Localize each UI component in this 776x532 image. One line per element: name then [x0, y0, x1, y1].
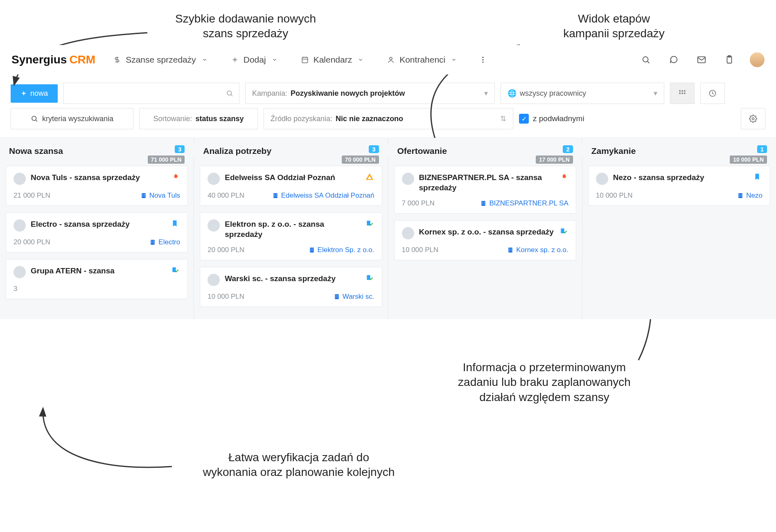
campaign-value: Pozyskiwanie nowych projektów — [291, 89, 405, 98]
svg-rect-39 — [152, 242, 152, 242]
card-avatar — [14, 266, 26, 278]
kanban-column: Analiza potrzeby 3 70 000 PLN Edelweiss … — [194, 138, 388, 319]
more-menu[interactable] — [476, 52, 490, 67]
svg-rect-20 — [681, 90, 683, 92]
card-amount: 10 000 PLN — [596, 192, 633, 200]
svg-rect-46 — [273, 193, 277, 198]
grid-view-toggle[interactable] — [670, 83, 695, 104]
card-company-link[interactable]: BIZNESPARTNER.PL SA — [480, 199, 568, 207]
svg-rect-73 — [484, 203, 485, 203]
user-icon — [386, 55, 395, 64]
svg-rect-24 — [684, 92, 685, 94]
card-title: Grupa ATERN - szansa — [31, 266, 166, 276]
opportunity-card[interactable]: Nezo - szansa sprzedaży 10 000 PLN Nezo — [588, 166, 770, 206]
source-value: Nic nie zaznaczono — [336, 115, 403, 123]
search-icon[interactable] — [638, 52, 653, 67]
nav-contractors[interactable]: Kontrahenci — [382, 52, 462, 67]
card-company-link[interactable]: Warski sc. — [334, 293, 374, 301]
card-avatar — [208, 173, 220, 185]
chevron-down-icon — [200, 55, 209, 64]
nav-sales[interactable]: Szanse sprzedaży — [108, 52, 213, 67]
opportunity-card[interactable]: Nova Tuls - szansa sprzedaży 21 000 PLN … — [6, 166, 188, 206]
sort-dropdown[interactable]: Sortowanie: status szansy — [139, 108, 258, 129]
svg-rect-32 — [142, 195, 143, 196]
card-company-link[interactable]: Kornex sp. z o.o. — [507, 246, 568, 254]
card-company-link[interactable]: Nova Tuls — [140, 192, 180, 200]
opportunity-card[interactable]: Warski sc. - szansa sprzedaży 10 000 PLN… — [200, 267, 382, 307]
new-button[interactable]: nowa — [11, 84, 58, 103]
card-title: BIZNESPARTNER.PL SA - szansa sprzedaży — [419, 173, 555, 193]
card-company-link[interactable]: Electro — [149, 238, 180, 246]
nav-calendar[interactable]: Kalendarz — [296, 52, 370, 67]
card-amount: 10 000 PLN — [208, 293, 244, 301]
svg-rect-71 — [484, 202, 485, 202]
campaign-dropdown[interactable]: Kampania: Pozyskiwanie nowych projektów … — [245, 83, 495, 104]
nav-add[interactable]: Dodaj — [226, 52, 283, 67]
svg-rect-37 — [152, 241, 152, 241]
card-company-link[interactable]: Nezo — [737, 192, 762, 200]
opportunity-card[interactable]: BIZNESPARTNER.PL SA - szansa sprzedaży 7… — [394, 166, 576, 214]
criteria-label: kryteria wyszukiwania — [42, 115, 113, 123]
card-title: Kornex sp. z o.o. - szansa sprzedaży — [419, 227, 555, 237]
opportunity-card[interactable]: Kornex sp. z o.o. - szansa sprzedaży 10 … — [394, 220, 576, 260]
sort-label: Sortowanie: — [153, 115, 192, 123]
employees-dropdown[interactable]: 🌐 wszyscy pracownicy ▾ — [501, 83, 664, 104]
svg-rect-60 — [312, 251, 313, 251]
search-input[interactable] — [63, 83, 239, 104]
kanban-column: Zamykanie 1 10 000 PLN Nezo - szansa spr… — [582, 138, 776, 319]
column-header: Nowa szansa 3 71 000 PLN — [0, 138, 194, 160]
chat-icon[interactable] — [666, 52, 681, 67]
clipboard-icon[interactable] — [722, 52, 737, 67]
column-header: Ofertowanie 2 17 000 PLN — [388, 138, 582, 160]
card-title: Edelweiss SA Oddział Poznań — [225, 173, 360, 183]
sort-value: status szansy — [196, 115, 244, 123]
globe-icon: 🌐 — [508, 89, 517, 98]
column-sum-badge: 10 000 PLN — [730, 156, 767, 164]
card-company-link[interactable]: Elektron Sp. z o.o. — [309, 246, 374, 254]
svg-rect-55 — [311, 248, 311, 249]
subordinates-checkbox[interactable]: ✓ z podwładnymi — [519, 114, 584, 124]
svg-rect-74 — [483, 204, 483, 205]
svg-point-10 — [643, 57, 648, 62]
svg-rect-58 — [312, 250, 313, 250]
card-amount: 21 000 PLN — [14, 192, 50, 200]
task-icon — [559, 227, 568, 235]
caret-down-icon: ▾ — [484, 89, 488, 98]
svg-rect-30 — [142, 194, 143, 194]
task-icon — [171, 266, 180, 274]
column-header: Analiza potrzeby 3 70 000 PLN — [194, 138, 388, 160]
svg-rect-42 — [153, 243, 154, 243]
criteria-button[interactable]: kryteria wyszukiwania — [11, 108, 133, 129]
svg-rect-68 — [337, 298, 338, 298]
source-dropdown[interactable]: Źródło pozyskania: Nic nie zaznaczono ⇅ — [264, 108, 513, 129]
topbar: Synergius CRM Szanse sprzedaży Dodaj Kal… — [0, 45, 776, 74]
svg-rect-48 — [276, 194, 276, 194]
settings-button[interactable] — [741, 108, 765, 129]
avatar[interactable] — [750, 52, 765, 67]
bookmark-icon — [171, 219, 180, 228]
opportunity-card[interactable]: Grupa ATERN - szansa 3 — [6, 259, 188, 299]
svg-rect-70 — [483, 202, 483, 202]
opportunity-card[interactable]: Elektron sp. z o.o. - szansa sprzedaży 2… — [200, 212, 382, 260]
flame-icon — [559, 173, 568, 181]
card-amount: 20 000 PLN — [208, 246, 244, 254]
opportunity-card[interactable]: Electro - szansa sprzedaży 20 000 PLN El… — [6, 212, 188, 252]
swap-icon: ⇅ — [500, 114, 506, 123]
svg-rect-80 — [510, 250, 510, 250]
svg-rect-85 — [740, 194, 740, 194]
opportunity-card[interactable]: Edelweiss SA Oddział Poznań 40 000 PLN E… — [200, 166, 382, 206]
card-amount: 40 000 PLN — [208, 192, 244, 200]
card-company-link[interactable]: Edelweiss SA Oddział Poznań — [272, 192, 374, 200]
svg-point-17 — [227, 91, 232, 95]
column-body: BIZNESPARTNER.PL SA - szansa sprzedaży 7… — [388, 160, 582, 273]
plus-icon — [230, 55, 239, 64]
logo-text-2: CRM — [69, 53, 95, 66]
mail-icon[interactable] — [694, 52, 709, 67]
clock-view-toggle[interactable] — [700, 83, 725, 104]
svg-rect-40 — [153, 242, 154, 242]
kanban-column: Nowa szansa 3 71 000 PLN Nova Tuls - sza… — [0, 138, 194, 319]
svg-rect-86 — [741, 194, 742, 194]
filter-row-2: kryteria wyszukiwania Sortowanie: status… — [0, 108, 776, 138]
svg-line-18 — [231, 95, 232, 96]
svg-rect-51 — [274, 196, 275, 196]
